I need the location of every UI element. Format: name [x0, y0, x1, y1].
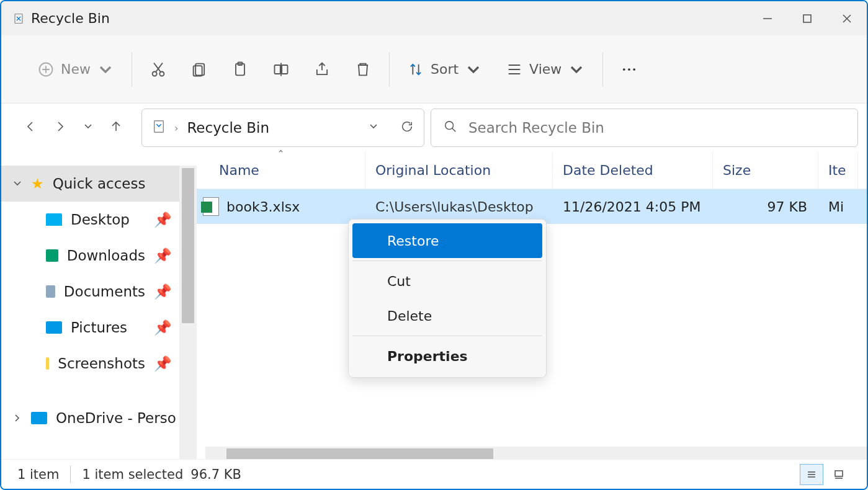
minimize-button[interactable] — [748, 1, 787, 35]
back-button[interactable] — [24, 120, 37, 136]
excel-file-icon — [203, 197, 219, 216]
chevron-right-icon: › — [174, 122, 178, 134]
quick-access-label: Quick access — [53, 176, 146, 192]
context-menu-restore[interactable]: Restore — [352, 223, 542, 258]
pin-icon: 📌 — [154, 283, 172, 300]
folder-icon — [46, 249, 58, 262]
context-menu-properties[interactable]: Properties — [352, 339, 542, 373]
details-view-button[interactable] — [800, 464, 823, 485]
chevron-down-icon — [465, 61, 482, 78]
status-item-count: 1 item — [17, 467, 59, 482]
svg-point-9 — [159, 71, 164, 76]
chevron-down-icon — [97, 61, 114, 78]
search-input[interactable] — [468, 120, 845, 136]
maximize-button[interactable] — [787, 1, 827, 35]
context-menu: Restore Cut Delete Properties — [348, 219, 547, 378]
horizontal-scrollbar-thumb[interactable] — [226, 448, 493, 460]
chevron-down-icon — [12, 179, 22, 189]
new-label: New — [61, 61, 91, 77]
svg-point-8 — [153, 71, 157, 76]
up-button[interactable] — [109, 120, 123, 136]
sidebar-item-quick-access[interactable]: ★ Quick access — [1, 166, 197, 202]
star-icon: ★ — [31, 176, 44, 192]
forward-button[interactable] — [53, 120, 67, 136]
close-button[interactable] — [827, 1, 867, 35]
context-menu-separator — [352, 261, 542, 261]
file-list: ⌃ Name Original Location Date Deleted Si… — [197, 152, 867, 461]
sidebar-item-desktop[interactable]: Desktop 📌 — [1, 202, 197, 238]
refresh-button[interactable] — [400, 120, 414, 136]
thumbnails-view-button[interactable] — [827, 464, 851, 485]
folder-icon — [46, 357, 49, 370]
chevron-right-icon — [12, 413, 22, 423]
view-label: View — [529, 61, 562, 77]
folder-icon — [46, 213, 62, 226]
svg-rect-2 — [803, 15, 811, 22]
svg-point-26 — [445, 122, 454, 130]
navigation-row: › Recycle Bin — [1, 104, 867, 152]
recycle-bin-icon — [152, 120, 166, 136]
sidebar-item-downloads[interactable]: Downloads 📌 — [1, 238, 197, 274]
sort-label: Sort — [431, 61, 459, 77]
rename-button[interactable] — [272, 61, 290, 78]
title-bar: Recycle Bin — [1, 1, 867, 35]
svg-rect-31 — [835, 471, 843, 476]
svg-rect-16 — [275, 65, 280, 74]
folder-icon — [46, 321, 62, 334]
window-title: Recycle Bin — [31, 11, 110, 26]
sidebar-item-onedrive[interactable]: OneDrive - Perso — [1, 400, 197, 436]
sidebar-item-screenshots[interactable]: Screenshots 📌 — [1, 345, 197, 381]
column-headers: ⌃ Name Original Location Date Deleted Si… — [197, 152, 867, 189]
svg-rect-13 — [194, 66, 202, 76]
onedrive-icon — [31, 412, 47, 424]
pin-icon: 📌 — [154, 319, 172, 336]
file-item-type: Mi — [818, 199, 858, 215]
svg-point-22 — [623, 68, 625, 71]
svg-point-23 — [628, 68, 630, 71]
svg-point-24 — [633, 68, 636, 71]
column-header-size[interactable]: Size — [713, 152, 818, 189]
breadcrumb-dropdown[interactable] — [368, 121, 379, 135]
toolbar: New Sort View — [1, 35, 867, 104]
column-header-original-location[interactable]: Original Location — [365, 152, 553, 189]
pin-icon: 📌 — [154, 247, 172, 264]
svg-line-27 — [452, 128, 456, 132]
new-button[interactable]: New — [37, 61, 114, 78]
delete-button[interactable] — [354, 61, 372, 78]
folder-icon — [46, 285, 55, 298]
recycle-bin-icon — [12, 12, 25, 25]
context-menu-cut[interactable]: Cut — [352, 264, 542, 298]
sidebar-scrollbar-thumb[interactable] — [182, 168, 194, 323]
svg-rect-17 — [282, 65, 287, 74]
sort-indicator-icon: ⌃ — [277, 148, 285, 158]
file-original-location: C:\Users\lukas\Desktop — [365, 199, 553, 215]
navigation-pane: ★ Quick access Desktop 📌 Downloads 📌 Doc… — [1, 152, 197, 461]
cut-button[interactable] — [150, 61, 167, 78]
sidebar-item-pictures[interactable]: Pictures 📌 — [1, 310, 197, 345]
recent-locations-button[interactable] — [83, 122, 93, 134]
context-menu-separator — [352, 336, 542, 336]
file-size: 97 KB — [713, 199, 818, 215]
status-selected-count: 1 item selected — [82, 467, 183, 482]
chevron-down-icon — [568, 61, 585, 78]
pin-icon: 📌 — [154, 212, 172, 228]
breadcrumb-location[interactable]: Recycle Bin — [187, 120, 269, 136]
pin-icon: 📌 — [154, 355, 172, 372]
sort-button[interactable]: Sort — [407, 61, 482, 78]
more-button[interactable] — [620, 61, 638, 78]
context-menu-delete[interactable]: Delete — [352, 298, 542, 333]
column-header-name[interactable]: ⌃ Name — [197, 152, 365, 189]
address-bar[interactable]: › Recycle Bin — [141, 109, 424, 147]
search-box[interactable] — [431, 109, 858, 147]
share-button[interactable] — [313, 61, 331, 78]
paste-button[interactable] — [231, 61, 249, 78]
copy-button[interactable] — [190, 61, 208, 78]
view-button[interactable]: View — [506, 61, 585, 78]
file-name: book3.xlsx — [226, 199, 300, 215]
file-date-deleted: 11/26/2021 4:05 PM — [553, 199, 713, 215]
column-header-date-deleted[interactable]: Date Deleted — [553, 152, 713, 189]
status-selected-size: 96.7 KB — [190, 467, 241, 482]
status-bar: 1 item 1 item selected 96.7 KB — [1, 459, 867, 489]
sidebar-item-documents[interactable]: Documents 📌 — [1, 274, 197, 310]
column-header-item-type[interactable]: Ite — [818, 152, 858, 189]
